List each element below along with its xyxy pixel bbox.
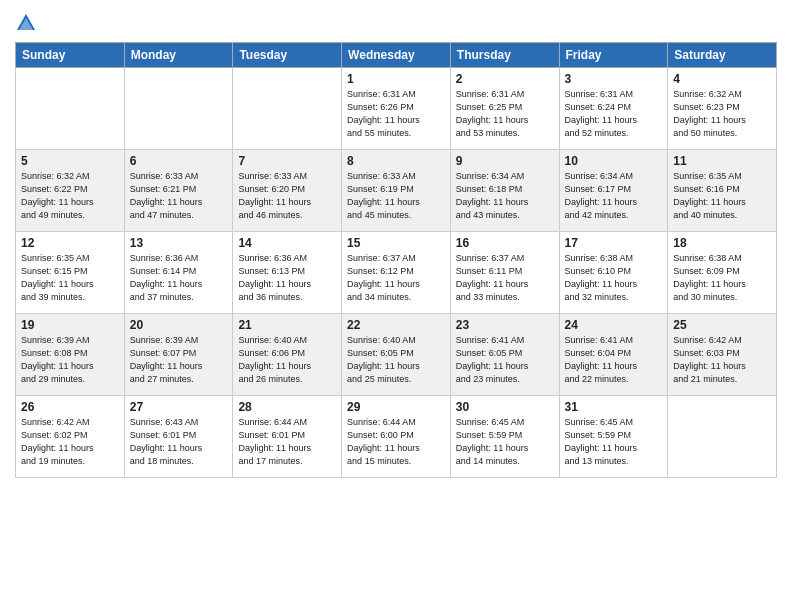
- calendar-cell: 22Sunrise: 6:40 AM Sunset: 6:05 PM Dayli…: [342, 314, 451, 396]
- day-header-monday: Monday: [124, 43, 233, 68]
- calendar-week-3: 12Sunrise: 6:35 AM Sunset: 6:15 PM Dayli…: [16, 232, 777, 314]
- day-header-friday: Friday: [559, 43, 668, 68]
- day-number: 14: [238, 236, 336, 250]
- day-info: Sunrise: 6:33 AM Sunset: 6:21 PM Dayligh…: [130, 170, 228, 222]
- day-info: Sunrise: 6:38 AM Sunset: 6:09 PM Dayligh…: [673, 252, 771, 304]
- calendar-cell: 16Sunrise: 6:37 AM Sunset: 6:11 PM Dayli…: [450, 232, 559, 314]
- calendar-header-row: SundayMondayTuesdayWednesdayThursdayFrid…: [16, 43, 777, 68]
- calendar-week-2: 5Sunrise: 6:32 AM Sunset: 6:22 PM Daylig…: [16, 150, 777, 232]
- calendar-cell: 13Sunrise: 6:36 AM Sunset: 6:14 PM Dayli…: [124, 232, 233, 314]
- day-info: Sunrise: 6:45 AM Sunset: 5:59 PM Dayligh…: [565, 416, 663, 468]
- day-number: 11: [673, 154, 771, 168]
- day-number: 27: [130, 400, 228, 414]
- day-number: 26: [21, 400, 119, 414]
- day-number: 28: [238, 400, 336, 414]
- calendar-cell: 17Sunrise: 6:38 AM Sunset: 6:10 PM Dayli…: [559, 232, 668, 314]
- day-info: Sunrise: 6:41 AM Sunset: 6:05 PM Dayligh…: [456, 334, 554, 386]
- day-number: 15: [347, 236, 445, 250]
- calendar-cell: 2Sunrise: 6:31 AM Sunset: 6:25 PM Daylig…: [450, 68, 559, 150]
- calendar-cell: 31Sunrise: 6:45 AM Sunset: 5:59 PM Dayli…: [559, 396, 668, 478]
- day-header-sunday: Sunday: [16, 43, 125, 68]
- calendar-cell: 26Sunrise: 6:42 AM Sunset: 6:02 PM Dayli…: [16, 396, 125, 478]
- day-info: Sunrise: 6:42 AM Sunset: 6:03 PM Dayligh…: [673, 334, 771, 386]
- day-info: Sunrise: 6:36 AM Sunset: 6:13 PM Dayligh…: [238, 252, 336, 304]
- calendar-cell: 18Sunrise: 6:38 AM Sunset: 6:09 PM Dayli…: [668, 232, 777, 314]
- day-number: 23: [456, 318, 554, 332]
- logo-icon: [15, 12, 37, 34]
- calendar-cell: 9Sunrise: 6:34 AM Sunset: 6:18 PM Daylig…: [450, 150, 559, 232]
- calendar-cell: 8Sunrise: 6:33 AM Sunset: 6:19 PM Daylig…: [342, 150, 451, 232]
- day-info: Sunrise: 6:31 AM Sunset: 6:24 PM Dayligh…: [565, 88, 663, 140]
- calendar-cell: 11Sunrise: 6:35 AM Sunset: 6:16 PM Dayli…: [668, 150, 777, 232]
- page-header: [15, 10, 777, 34]
- day-info: Sunrise: 6:38 AM Sunset: 6:10 PM Dayligh…: [565, 252, 663, 304]
- day-info: Sunrise: 6:33 AM Sunset: 6:20 PM Dayligh…: [238, 170, 336, 222]
- day-number: 19: [21, 318, 119, 332]
- day-info: Sunrise: 6:34 AM Sunset: 6:18 PM Dayligh…: [456, 170, 554, 222]
- calendar-cell: 10Sunrise: 6:34 AM Sunset: 6:17 PM Dayli…: [559, 150, 668, 232]
- day-number: 16: [456, 236, 554, 250]
- calendar-cell: 1Sunrise: 6:31 AM Sunset: 6:26 PM Daylig…: [342, 68, 451, 150]
- calendar-cell: 7Sunrise: 6:33 AM Sunset: 6:20 PM Daylig…: [233, 150, 342, 232]
- day-number: 5: [21, 154, 119, 168]
- logo: [15, 14, 41, 34]
- day-info: Sunrise: 6:39 AM Sunset: 6:08 PM Dayligh…: [21, 334, 119, 386]
- calendar-cell: 28Sunrise: 6:44 AM Sunset: 6:01 PM Dayli…: [233, 396, 342, 478]
- calendar-cell: 6Sunrise: 6:33 AM Sunset: 6:21 PM Daylig…: [124, 150, 233, 232]
- calendar-cell: 29Sunrise: 6:44 AM Sunset: 6:00 PM Dayli…: [342, 396, 451, 478]
- day-number: 9: [456, 154, 554, 168]
- calendar-cell: 23Sunrise: 6:41 AM Sunset: 6:05 PM Dayli…: [450, 314, 559, 396]
- day-info: Sunrise: 6:34 AM Sunset: 6:17 PM Dayligh…: [565, 170, 663, 222]
- day-number: 20: [130, 318, 228, 332]
- day-info: Sunrise: 6:35 AM Sunset: 6:16 PM Dayligh…: [673, 170, 771, 222]
- day-info: Sunrise: 6:40 AM Sunset: 6:06 PM Dayligh…: [238, 334, 336, 386]
- calendar-cell: [16, 68, 125, 150]
- calendar-cell: 5Sunrise: 6:32 AM Sunset: 6:22 PM Daylig…: [16, 150, 125, 232]
- calendar-week-4: 19Sunrise: 6:39 AM Sunset: 6:08 PM Dayli…: [16, 314, 777, 396]
- calendar-cell: 21Sunrise: 6:40 AM Sunset: 6:06 PM Dayli…: [233, 314, 342, 396]
- day-header-saturday: Saturday: [668, 43, 777, 68]
- calendar-cell: 19Sunrise: 6:39 AM Sunset: 6:08 PM Dayli…: [16, 314, 125, 396]
- calendar-cell: 25Sunrise: 6:42 AM Sunset: 6:03 PM Dayli…: [668, 314, 777, 396]
- day-header-thursday: Thursday: [450, 43, 559, 68]
- calendar-cell: 27Sunrise: 6:43 AM Sunset: 6:01 PM Dayli…: [124, 396, 233, 478]
- calendar-cell: 30Sunrise: 6:45 AM Sunset: 5:59 PM Dayli…: [450, 396, 559, 478]
- day-number: 1: [347, 72, 445, 86]
- calendar-cell: [668, 396, 777, 478]
- calendar-cell: 14Sunrise: 6:36 AM Sunset: 6:13 PM Dayli…: [233, 232, 342, 314]
- day-info: Sunrise: 6:42 AM Sunset: 6:02 PM Dayligh…: [21, 416, 119, 468]
- day-number: 7: [238, 154, 336, 168]
- day-number: 18: [673, 236, 771, 250]
- day-number: 10: [565, 154, 663, 168]
- day-number: 31: [565, 400, 663, 414]
- day-number: 8: [347, 154, 445, 168]
- day-info: Sunrise: 6:31 AM Sunset: 6:26 PM Dayligh…: [347, 88, 445, 140]
- day-info: Sunrise: 6:39 AM Sunset: 6:07 PM Dayligh…: [130, 334, 228, 386]
- day-number: 13: [130, 236, 228, 250]
- day-number: 29: [347, 400, 445, 414]
- calendar-cell: 4Sunrise: 6:32 AM Sunset: 6:23 PM Daylig…: [668, 68, 777, 150]
- calendar-cell: [124, 68, 233, 150]
- day-info: Sunrise: 6:32 AM Sunset: 6:23 PM Dayligh…: [673, 88, 771, 140]
- day-number: 24: [565, 318, 663, 332]
- calendar-cell: 24Sunrise: 6:41 AM Sunset: 6:04 PM Dayli…: [559, 314, 668, 396]
- calendar-cell: 20Sunrise: 6:39 AM Sunset: 6:07 PM Dayli…: [124, 314, 233, 396]
- day-number: 30: [456, 400, 554, 414]
- calendar-cell: 3Sunrise: 6:31 AM Sunset: 6:24 PM Daylig…: [559, 68, 668, 150]
- calendar-cell: [233, 68, 342, 150]
- calendar-week-5: 26Sunrise: 6:42 AM Sunset: 6:02 PM Dayli…: [16, 396, 777, 478]
- day-info: Sunrise: 6:33 AM Sunset: 6:19 PM Dayligh…: [347, 170, 445, 222]
- calendar-week-1: 1Sunrise: 6:31 AM Sunset: 6:26 PM Daylig…: [16, 68, 777, 150]
- day-number: 3: [565, 72, 663, 86]
- day-info: Sunrise: 6:41 AM Sunset: 6:04 PM Dayligh…: [565, 334, 663, 386]
- day-info: Sunrise: 6:32 AM Sunset: 6:22 PM Dayligh…: [21, 170, 119, 222]
- day-info: Sunrise: 6:44 AM Sunset: 6:00 PM Dayligh…: [347, 416, 445, 468]
- day-number: 21: [238, 318, 336, 332]
- day-info: Sunrise: 6:37 AM Sunset: 6:11 PM Dayligh…: [456, 252, 554, 304]
- day-number: 12: [21, 236, 119, 250]
- day-header-wednesday: Wednesday: [342, 43, 451, 68]
- day-number: 17: [565, 236, 663, 250]
- day-number: 2: [456, 72, 554, 86]
- day-info: Sunrise: 6:35 AM Sunset: 6:15 PM Dayligh…: [21, 252, 119, 304]
- calendar-cell: 15Sunrise: 6:37 AM Sunset: 6:12 PM Dayli…: [342, 232, 451, 314]
